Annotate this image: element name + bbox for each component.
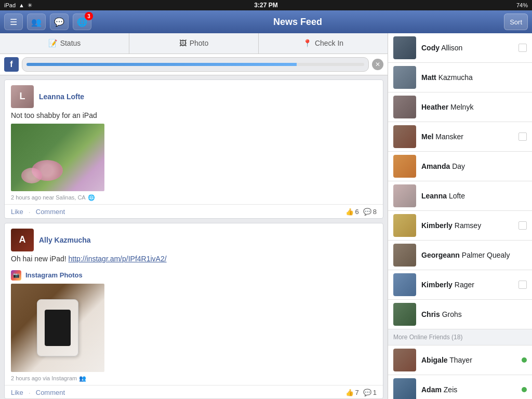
tab-status[interactable]: 📝 Status [0,33,129,54]
sort-label: Sort [510,18,522,26]
status-tab-label: Status [60,39,81,47]
tab-bar: 📝 Status 🖼 Photo 📍 Check In [0,33,388,54]
notifications-button[interactable]: 🌐 3 [73,14,91,30]
phone-icon-kimberly-rager [518,281,527,289]
friend-name-wrap-mel: Mel Mansker [421,132,513,141]
friend-avatar-chris [393,303,416,326]
comment-icon-1: 💬 [363,208,371,216]
friend-name-chris: Chris Grohs [421,310,527,318]
more-friends-label: More Online Friends (18) [393,334,462,341]
post-avatar-2: A [11,229,34,251]
post-author-2[interactable]: Ally Kazmucha [39,236,377,244]
thumbs-up-icon: 👍 [345,208,354,216]
comment-button-2[interactable]: Comment [36,389,65,396]
sort-button[interactable]: Sort [504,14,528,30]
friend-avatar-kimberly-ramsey [393,214,416,237]
hamburger-icon: ☰ [10,17,17,27]
friend-name-kimberly-ramsey: Kimberly Ramsey [421,221,513,230]
battery-label: 74% [516,2,528,8]
friend-item-georgeann[interactable]: Georgeann Palmer Quealy [388,241,532,270]
messages-icon: 💬 [54,17,64,27]
friend-name-wrap-chris: Chris Grohs [421,310,527,318]
checkin-tab-label: Check In [315,39,343,47]
friend-item-chris[interactable]: Chris Grohs [388,300,532,329]
friends-button[interactable]: 👥 [27,14,46,30]
friend-item-amanda[interactable]: Amanda Day [388,152,532,181]
search-input-wrap[interactable] [22,57,369,72]
friend-name-wrap-leanna: Leanna Lofte [421,192,527,200]
flower-decoration-2 [21,168,42,183]
friend-last-abigale: Thayer [449,356,472,364]
friend-name-matt: Matt Kazmucha [421,73,527,82]
phone-icon-kimberly-ramsey [518,221,527,230]
notification-badge: 3 [85,12,93,20]
friend-avatar-leanna [393,184,416,207]
friend-last-heather: Melnyk [450,103,473,111]
globe-small-icon: 🌐 [88,194,95,201]
friend-item-heather[interactable]: Heather Melnyk [388,92,532,122]
comment-button-1[interactable]: Comment [36,208,65,216]
friend-item-matt[interactable]: Matt Kazmucha [388,63,532,92]
friend-name-wrap-heather: Heather Melnyk [421,103,527,111]
post-timestamp-1: 2 hours ago near Salinas, CA 🌐 [5,191,383,204]
sidebar: Cody Allison Matt Kazmucha Heather Melny [388,33,532,399]
people-icon: 👥 [79,375,86,382]
friend-item-adam[interactable]: Adam Zeis [388,375,532,399]
friend-first-georgeann: Georgeann [421,251,460,259]
tab-photo[interactable]: 🖼 Photo [129,33,259,54]
comment-number-1: 8 [373,208,377,216]
menu-button[interactable]: ☰ [4,14,23,30]
post-card-2: A Ally Kazmucha Oh hai new iPad! http://… [4,223,383,399]
instagram-header: 📷 Instagram Photos [11,267,377,284]
more-friends-header: More Online Friends (18) [388,329,532,345]
instagram-title: Instagram Photos [25,271,83,279]
post-image-container-2: 📷 Instagram Photos [11,267,377,372]
friend-name-mel: Mel Mansker [421,132,513,141]
post-text-content-2: Oh hai new iPad! [11,255,69,263]
friend-name-kimberly-rager: Kimberly Rager [421,281,513,289]
friend-avatar-adam [393,378,416,399]
friend-first-mel: Mel [421,132,433,141]
friend-name-wrap-matt: Matt Kazmucha [421,73,527,82]
friend-item-kimberly-rager[interactable]: Kimberly Rager [388,270,532,300]
friend-last-amanda: Day [452,162,465,170]
like-button-1[interactable]: Like [11,208,23,216]
friend-first-matt: Matt [421,73,436,82]
friend-item-cody[interactable]: Cody Allison [388,33,532,63]
instagram-icon: 📷 [11,270,21,281]
friend-item-mel[interactable]: Mel Mansker [388,122,532,152]
friend-name-wrap-georgeann: Georgeann Palmer Quealy [421,251,527,259]
close-button[interactable]: ✕ [372,59,383,70]
post-image-ipad [11,284,104,372]
friend-item-leanna[interactable]: Leanna Lofte [388,181,532,211]
post-meta-1: Leanna Lofte [39,92,377,101]
friend-avatar-heather [393,96,416,118]
like-number-2: 7 [355,389,359,396]
friend-avatar-kimberly-rager [393,273,416,296]
post-link-2[interactable]: http://instagr.am/p/IPf4R1ivA2/ [69,255,167,263]
online-dot-abigale [522,357,527,363]
friend-item-abigale[interactable]: Abigale Thayer [388,345,532,375]
post-card-1: L Leanna Lofte Not too shabby for an iPa… [4,79,383,219]
friend-name-wrap-kimberly-ramsey: Kimberly Ramsey [421,221,513,230]
like-count-2: 👍 7 [345,389,359,396]
friend-item-kimberly-ramsey[interactable]: Kimberly Ramsey [388,211,532,241]
friend-first-abigale: Abigale [421,356,448,364]
friend-first-kimberly-rager: Kimberly [421,281,453,289]
status-bar-left: iPad ▲ ✳ [4,2,32,9]
status-bar-time: 3:27 PM [254,2,277,9]
messages-button[interactable]: 💬 [50,14,69,30]
friend-name-wrap-cody: Cody Allison [421,44,513,52]
friend-first-amanda: Amanda [421,162,450,170]
friends-icon: 👥 [31,17,42,27]
timestamp-text-1: 2 hours ago near Salinas, CA [11,194,86,201]
friend-first-kimberly-ramsey: Kimberly [421,221,453,230]
friend-first-chris: Chris [421,310,440,318]
progress-fill [26,63,297,66]
friend-avatar-mel [393,125,416,148]
post-author-1[interactable]: Leanna Lofte [39,92,377,101]
like-button-2[interactable]: Like [11,389,23,396]
tab-checkin[interactable]: 📍 Check In [259,33,388,54]
activity-icon: ✳ [28,2,32,9]
friend-avatar-amanda [393,155,416,178]
